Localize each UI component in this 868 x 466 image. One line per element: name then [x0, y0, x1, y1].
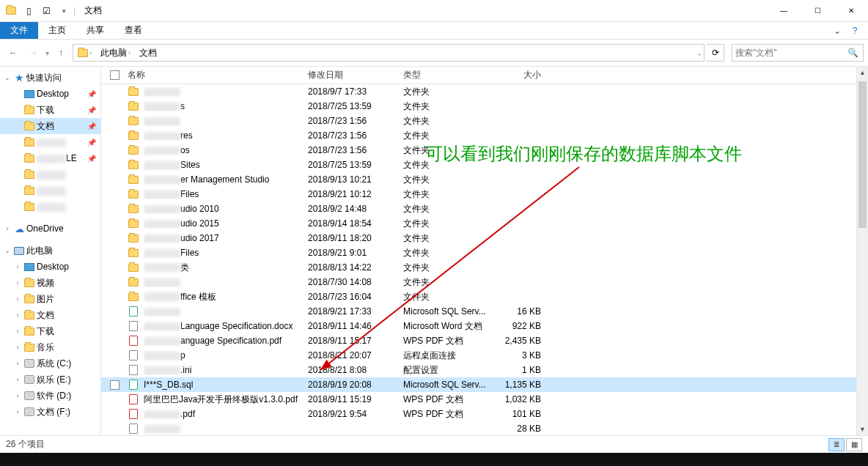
file-row[interactable]: 2018/9/21 17:33Microsoft SQL Serv...16 K…	[101, 304, 856, 319]
qat-item[interactable]: ☑	[38, 3, 54, 19]
row-checkbox[interactable]	[110, 380, 119, 390]
expand-toggle-icon[interactable]: ›	[13, 311, 22, 319]
expand-toggle-icon[interactable]: ›	[13, 392, 22, 399]
tree-pc-item[interactable]: ›Desktop	[0, 259, 100, 275]
expand-toggle-icon[interactable]: ›	[3, 225, 12, 232]
app-icon[interactable]	[3, 3, 19, 19]
file-row[interactable]: Language Specification.docx2018/9/11 14:…	[101, 319, 856, 333]
col-size[interactable]: 大小	[491, 69, 547, 81]
help-icon[interactable]: ?	[846, 22, 864, 40]
ribbon-tab-share[interactable]: 共享	[76, 22, 114, 39]
file-row[interactable]: 28 KB	[101, 421, 856, 435]
ribbon-collapse-icon[interactable]: ⌄	[828, 22, 846, 40]
expand-toggle-icon[interactable]: ⌄	[3, 74, 12, 81]
search-icon[interactable]: 🔍	[847, 48, 858, 58]
tree-pc-item[interactable]: ›文档	[0, 307, 100, 323]
file-name: p	[144, 350, 308, 360]
file-row[interactable]: 2018/7/23 1:56文件夹	[101, 114, 856, 128]
taskbar	[0, 453, 868, 466]
forward-button[interactable]: →	[25, 44, 43, 62]
tree-pc-item[interactable]: ›文档 (F:)	[0, 404, 100, 420]
expand-toggle-icon[interactable]: ›	[13, 376, 22, 383]
file-row[interactable]: res2018/7/23 1:56文件夹	[101, 128, 856, 143]
tree-thispc[interactable]: ⌄此电脑	[0, 243, 100, 259]
tree-quick-item[interactable]: LE📌	[0, 150, 100, 166]
details-view-button[interactable]: ≣	[828, 438, 845, 451]
tree-pc-item[interactable]: ›下载	[0, 323, 100, 339]
tree-quick-access[interactable]: ⌄★快速访问	[0, 70, 100, 86]
file-row[interactable]: udio 20172018/9/11 18:20文件夹	[101, 231, 856, 245]
qat-dropdown[interactable]: ▾	[56, 3, 72, 19]
tree-quick-item[interactable]	[0, 166, 100, 182]
file-row[interactable]: Files2018/9/21 9:01文件夹	[101, 245, 856, 260]
tree-pc-item[interactable]: ›娱乐 (E:)	[0, 371, 100, 388]
tree-quick-item[interactable]: Desktop📌	[0, 86, 100, 102]
tree-pc-item[interactable]: ›视频	[0, 275, 100, 291]
file-row[interactable]: .ini2018/8/21 8:08配置设置1 KB	[101, 363, 856, 377]
tree-quick-item[interactable]: 下载📌	[0, 102, 100, 118]
file-row[interactable]: 类2018/8/13 14:22文件夹	[101, 260, 856, 275]
expand-toggle-icon[interactable]: ›	[13, 295, 22, 303]
file-row[interactable]: udio 20102018/9/2 14:48文件夹	[101, 201, 856, 216]
ribbon-tab-file[interactable]: 文件	[0, 22, 38, 39]
icons-view-button[interactable]: ▦	[846, 438, 862, 451]
address-dropdown-icon[interactable]: ⌄	[696, 49, 702, 57]
file-row[interactable]: 阿里巴巴Java开发手册终极版v1.3.0.pdf2018/9/11 15:19…	[101, 392, 856, 407]
back-button[interactable]: ←	[4, 44, 22, 62]
tree-pc-item[interactable]: ›系统 (C:)	[0, 355, 100, 371]
crumb-icon[interactable]: ›	[75, 45, 95, 61]
expand-toggle-icon[interactable]: ›	[13, 408, 22, 415]
file-row[interactable]: p2018/8/21 20:07远程桌面连接3 KB	[101, 348, 856, 363]
crumb-docs[interactable]: 文档	[136, 45, 160, 61]
file-row[interactable]: I***S_DB.sql2018/9/19 20:08Microsoft SQL…	[101, 377, 856, 392]
expand-toggle-icon[interactable]: ›	[13, 328, 22, 335]
file-row[interactable]: 2018/7/30 14:08文件夹	[101, 275, 856, 289]
minimize-button[interactable]: —	[767, 0, 801, 22]
tree-pc-item[interactable]: ›音乐	[0, 339, 100, 355]
tree-quick-item[interactable]	[0, 182, 100, 199]
file-row[interactable]: er Management Studio2018/9/13 10:21文件夹	[101, 172, 856, 187]
close-button[interactable]: ✕	[834, 0, 868, 22]
tree-quick-item[interactable]: 📌	[0, 134, 100, 150]
expand-toggle-icon[interactable]: ›	[13, 279, 22, 286]
file-row[interactable]: s2018/7/25 13:59文件夹	[101, 99, 856, 114]
up-button[interactable]: ↑	[52, 44, 70, 62]
col-type[interactable]: 类型	[403, 69, 491, 81]
refresh-button[interactable]: ⟳	[707, 44, 724, 62]
tree-pc-item[interactable]: ›图片	[0, 291, 100, 307]
ribbon-tab-view[interactable]: 查看	[114, 22, 152, 39]
tree-onedrive[interactable]: ›☁OneDrive	[0, 221, 100, 237]
file-row[interactable]: 2018/9/7 17:33文件夹	[101, 84, 856, 99]
file-row[interactable]: udio 20152018/9/14 18:54文件夹	[101, 216, 856, 231]
file-row[interactable]: os2018/7/23 1:56文件夹	[101, 143, 856, 158]
folder-icon	[128, 220, 139, 228]
scroll-down-icon[interactable]: ▼	[857, 424, 868, 435]
file-row[interactable]: ffice 模板2018/7/23 16:04文件夹	[101, 289, 856, 304]
file-row[interactable]: Files2018/9/21 10:12文件夹	[101, 187, 856, 201]
address-bar[interactable]: › 此电脑› 文档 ⌄	[73, 44, 705, 62]
scroll-up-icon[interactable]: ▲	[857, 67, 868, 78]
expand-toggle-icon[interactable]: ›	[13, 263, 22, 270]
search-input[interactable]: 搜索"文档" 🔍	[732, 44, 864, 62]
col-name[interactable]: 名称	[128, 69, 308, 81]
file-row[interactable]: .pdf2018/9/21 9:54WPS PDF 文档101 KB	[101, 407, 856, 421]
file-row[interactable]: anguage Specification.pdf2018/9/11 15:17…	[101, 333, 856, 348]
tree-quick-item[interactable]	[0, 199, 100, 215]
tree-pc-item[interactable]: ›软件 (D:)	[0, 388, 100, 404]
tree-label: 图片	[37, 293, 54, 306]
select-all-checkbox[interactable]	[110, 70, 119, 80]
expand-toggle-icon[interactable]: ›	[13, 344, 22, 351]
history-dropdown[interactable]: ▾	[45, 49, 49, 57]
file-row[interactable]: Sites2018/7/25 13:59文件夹	[101, 158, 856, 172]
qat-item[interactable]: ▯	[21, 3, 37, 19]
expand-toggle-icon[interactable]: ›	[13, 360, 22, 367]
tree-quick-item[interactable]: 文档📌	[0, 118, 100, 134]
crumb-thispc[interactable]: 此电脑›	[98, 45, 133, 61]
col-date[interactable]: 修改日期	[308, 69, 403, 81]
vertical-scrollbar[interactable]: ▲ ▼	[856, 67, 868, 435]
ribbon-tab-home[interactable]: 主页	[38, 22, 76, 39]
expand-toggle-icon[interactable]: ⌄	[3, 247, 12, 254]
maximize-button[interactable]: ☐	[801, 0, 834, 22]
tree-icon	[23, 390, 35, 402]
scroll-thumb[interactable]	[858, 81, 867, 228]
